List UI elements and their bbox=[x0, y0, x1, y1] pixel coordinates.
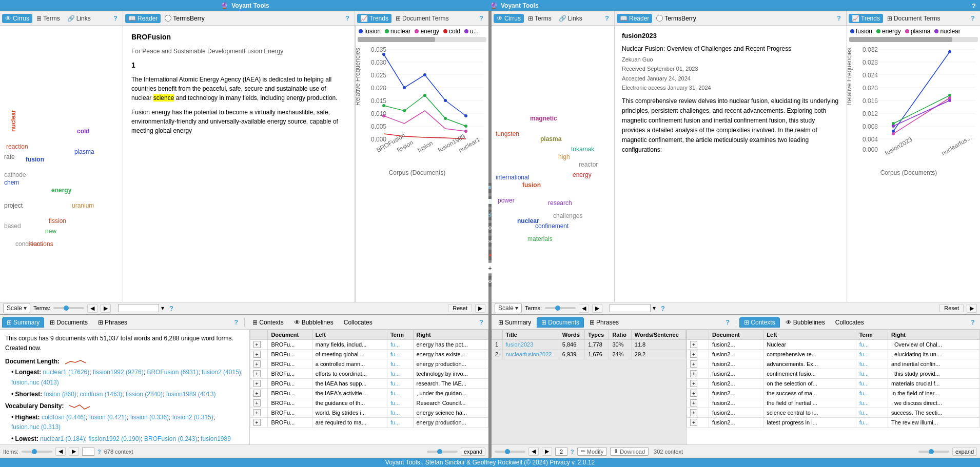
scale-help-right[interactable]: ? bbox=[658, 304, 668, 312]
table-row[interactable]: + fusion2... confinement fusio... fu... … bbox=[687, 369, 980, 379]
terms-slider-left[interactable] bbox=[53, 307, 84, 309]
ctx-next-left[interactable]: ▶ bbox=[69, 447, 79, 456]
items-slider-left[interactable] bbox=[22, 451, 52, 453]
table-row[interactable]: + BROFu... the IAEA has supp... fu... re… bbox=[250, 379, 488, 389]
expand-row-btn-r[interactable]: + bbox=[690, 419, 697, 426]
ctx-prev-left[interactable]: ◀ bbox=[55, 447, 66, 456]
table-row[interactable]: + fusion2... Nuclear fu... : Overview of… bbox=[687, 340, 980, 350]
ctx-help-right[interactable]: ? bbox=[571, 449, 574, 455]
expand-row-btn-r[interactable]: + bbox=[690, 360, 697, 368]
wc-word-research[interactable]: research bbox=[548, 199, 572, 207]
docs-col-words[interactable]: Words bbox=[559, 330, 584, 340]
table-row[interactable]: + BROFu... efforts to coordinat... fu...… bbox=[250, 369, 488, 379]
expand-ctx-right[interactable]: expand bbox=[952, 448, 977, 456]
expand-row-btn[interactable]: + bbox=[253, 419, 261, 426]
table-row[interactable]: + fusion2... the success of ma... fu... … bbox=[687, 389, 980, 398]
wc-word-tungsten[interactable]: tungsten bbox=[496, 130, 519, 137]
trends-btn-right[interactable]: 📈 Trends bbox=[849, 14, 883, 23]
expand-row-btn-r[interactable]: + bbox=[690, 399, 697, 407]
lowest-brofusion[interactable]: BROFusion (0.243) bbox=[144, 435, 197, 442]
bubblelines-tab-left[interactable]: 👁 Bubblelines bbox=[289, 317, 338, 328]
highest-fusion[interactable]: fusion (0.421) bbox=[89, 414, 127, 421]
longest-brofusion[interactable]: BROFusion (6931) bbox=[147, 369, 198, 376]
left-trends-scrollbar-thumb[interactable] bbox=[358, 37, 435, 42]
left-trends-scrollbar[interactable] bbox=[358, 37, 486, 42]
table-row[interactable]: + BROFu... of meeting global ... fu... e… bbox=[250, 350, 488, 359]
trends-help-left[interactable]: ? bbox=[476, 14, 486, 22]
expand-row-btn[interactable]: + bbox=[253, 390, 261, 397]
col-doc-left[interactable]: Document bbox=[268, 330, 312, 340]
docs-col-title[interactable]: Title bbox=[502, 330, 559, 340]
right-trends-scrollbar[interactable] bbox=[849, 37, 978, 42]
wc-word-based[interactable]: based bbox=[4, 222, 21, 230]
expand-row-btn[interactable]: + bbox=[253, 399, 261, 407]
trends-btn-left[interactable]: 📈 Trends bbox=[357, 14, 391, 23]
termsberry-radio-left[interactable]: TermsBerry bbox=[162, 14, 207, 23]
table-row[interactable]: + BROFu... world. Big strides i... fu...… bbox=[250, 408, 488, 418]
wc-word-reactor[interactable]: reactor bbox=[579, 161, 598, 168]
nav-next-left[interactable]: ▶ bbox=[101, 304, 111, 313]
contexts-help-right[interactable]: ? bbox=[968, 318, 978, 326]
col-doc-right[interactable]: Document bbox=[709, 330, 763, 340]
search-input-left[interactable] bbox=[118, 304, 159, 312]
wc-word-energy[interactable]: energy bbox=[51, 187, 72, 194]
table-row[interactable]: 2 nuclearfusion2022 6,939 1,676 24% 29.2 bbox=[492, 350, 686, 359]
ctx-page-right[interactable] bbox=[555, 448, 567, 456]
wc-word-challenges[interactable]: challenges bbox=[553, 212, 582, 219]
expand-row-btn-r[interactable]: + bbox=[690, 380, 697, 387]
wc-word-chem[interactable]: chem bbox=[4, 179, 19, 186]
wc-word-international[interactable]: international bbox=[496, 174, 529, 181]
reset-btn-left[interactable]: Reset bbox=[448, 304, 472, 312]
longest-fusionnuc[interactable]: fusion.nuc (4013) bbox=[11, 379, 59, 386]
bubblelines-tab-right[interactable]: 👁 Bubblelines bbox=[781, 317, 830, 328]
ctx-next-right[interactable]: ▶ bbox=[542, 447, 552, 456]
col-left-left[interactable]: Left bbox=[312, 330, 387, 340]
expand-ctx-left[interactable]: expand bbox=[461, 448, 485, 456]
table-row[interactable]: + fusion2... comprehensive re... fu... ,… bbox=[687, 350, 980, 359]
doc-terms-btn-left[interactable]: ⊞ Document Terms bbox=[393, 14, 452, 23]
terms-btn-right[interactable]: ⊞ Terms bbox=[525, 14, 555, 23]
table-row[interactable]: + fusion2... advancements. Ex... fu... a… bbox=[687, 359, 980, 369]
doc-terms-btn-right[interactable]: ⊞ Document Terms bbox=[884, 14, 943, 23]
table-row[interactable]: + fusion2... latest progress in i... fu.… bbox=[687, 418, 980, 428]
collocates-tab-right[interactable]: Collocates bbox=[831, 317, 869, 328]
bottom-help-left[interactable]: ? bbox=[231, 318, 241, 326]
cirrus-help[interactable]: ? bbox=[110, 14, 121, 22]
docs-col-types[interactable]: Types bbox=[585, 330, 609, 340]
ctx-page-left[interactable] bbox=[82, 448, 94, 456]
expand-row-btn[interactable]: + bbox=[253, 409, 261, 416]
longest-nuclear1[interactable]: nuclear1 (17626) bbox=[43, 369, 90, 376]
search-input-right[interactable] bbox=[610, 304, 651, 312]
wc-word-high[interactable]: high bbox=[558, 153, 570, 160]
phrases-tab-left[interactable]: ⊞ Phrases bbox=[93, 317, 132, 328]
longest-fusion2[interactable]: fusion2 (4015) bbox=[202, 369, 241, 376]
table-row[interactable]: + BROFu... are required to ma... fu... e… bbox=[250, 418, 488, 428]
wc-word-fission[interactable]: fission bbox=[49, 217, 66, 225]
ctx-prev-right[interactable]: ◀ bbox=[528, 447, 539, 456]
expand-row-btn[interactable]: + bbox=[253, 351, 261, 358]
wc-word-uranium[interactable]: uranium bbox=[72, 202, 94, 209]
summary-tab-right[interactable]: ⊞ Summary bbox=[494, 317, 536, 328]
wc-word-reaction[interactable]: reaction bbox=[6, 143, 28, 150]
docs-col-wps[interactable]: Words/Sentence bbox=[631, 330, 685, 340]
reader-btn-left[interactable]: 📖 Reader bbox=[125, 14, 161, 23]
ctx-slider2-right[interactable] bbox=[918, 451, 949, 453]
wc-word-cold[interactable]: cold bbox=[77, 128, 90, 135]
documents-tab-right[interactable]: ⊞ Documents bbox=[537, 317, 584, 328]
expand-row-btn[interactable]: + bbox=[253, 380, 261, 387]
wc-word-magnetic[interactable]: magnetic bbox=[530, 115, 557, 122]
nav-next-right[interactable]: ▶ bbox=[592, 304, 602, 313]
expand-btn-top-left[interactable]: ▶ bbox=[475, 304, 485, 313]
summary-tab-left[interactable]: ⊞ Summary bbox=[2, 317, 44, 328]
contexts-tab-right[interactable]: ⊞ Contexts bbox=[739, 317, 779, 328]
shortest-fusion[interactable]: fusion (860) bbox=[44, 391, 76, 398]
contexts-help-left[interactable]: ? bbox=[476, 318, 486, 326]
bottom-help-right[interactable]: ? bbox=[722, 318, 733, 326]
wc-word-energy-right[interactable]: energy bbox=[573, 171, 592, 178]
expand-row-btn-r[interactable]: + bbox=[690, 351, 697, 358]
table-row[interactable]: + fusion2... the field of inertial ... f… bbox=[687, 398, 980, 408]
wc-word-project[interactable]: project bbox=[4, 202, 23, 209]
reader-btn-right[interactable]: 📖 Reader bbox=[617, 14, 652, 23]
collocates-tab-left[interactable]: Collocates bbox=[339, 317, 377, 328]
reset-btn-right[interactable]: Reset bbox=[939, 304, 964, 312]
